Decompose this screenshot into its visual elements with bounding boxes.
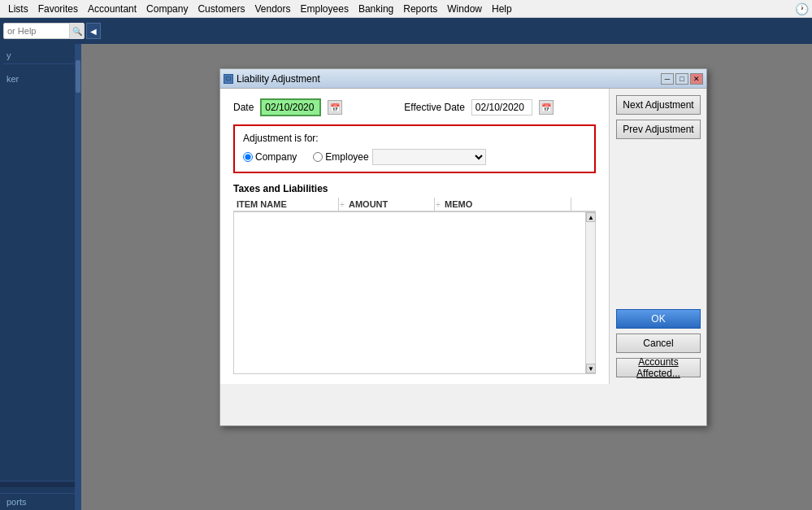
date-row: Date 📅 Effective Date 📅: [233, 98, 596, 116]
employee-dropdown-wrapper: [372, 149, 486, 165]
dialog-sys-icon[interactable]: □: [224, 74, 233, 84]
search-icon: 🔍: [72, 27, 82, 36]
sidebar-bottom: ports: [0, 493, 81, 510]
menu-company[interactable]: Company: [141, 2, 193, 16]
search-container: 🔍: [3, 23, 85, 39]
menu-employees[interactable]: Employees: [296, 2, 354, 16]
menu-vendors[interactable]: Vendors: [250, 2, 295, 16]
sidebar: y ker ports: [0, 44, 81, 510]
col-item-name: ITEM NAME: [233, 198, 339, 211]
next-adjustment-label: Next Adjustment: [623, 99, 693, 111]
ok-label: OK: [651, 313, 665, 325]
cancel-button[interactable]: Cancel: [616, 333, 701, 353]
search-input[interactable]: [4, 26, 69, 36]
sidebar-scrollbar-thumb: [76, 60, 80, 93]
table-rows: [234, 212, 585, 373]
effective-date-picker-button[interactable]: 📅: [539, 100, 554, 115]
employee-dropdown[interactable]: [372, 149, 486, 165]
adjustment-title: Adjustment is for:: [243, 133, 586, 144]
accounts-affected-button[interactable]: Accounts Affected...: [616, 358, 701, 377]
prev-adjustment-button[interactable]: Prev Adjustment: [616, 120, 701, 139]
close-icon: ✕: [693, 75, 700, 83]
dialog-title: Liability Adjustment: [237, 73, 320, 85]
collapse-icon: ◀: [90, 27, 97, 36]
scrollbar-up-button[interactable]: ▲: [586, 212, 596, 222]
dialog-main: Date 📅 Effective Date 📅 Adjustment is fo…: [220, 89, 609, 384]
adjustment-box: Adjustment is for: Company Employee: [233, 124, 596, 173]
sidebar-scrollbar[interactable]: [75, 44, 81, 510]
close-button[interactable]: ✕: [690, 73, 703, 85]
accounts-affected-label: Accounts Affected...: [617, 356, 700, 379]
dialog-body: Date 📅 Effective Date 📅 Adjustment is fo…: [220, 89, 706, 384]
dialog-titlebar: □ Liability Adjustment ─ □ ✕: [220, 69, 706, 89]
menu-favorites[interactable]: Favorites: [33, 2, 83, 16]
date-picker-button[interactable]: 📅: [328, 100, 342, 115]
col-divider-2: ÷: [435, 198, 441, 211]
effective-calendar-icon: 📅: [541, 103, 551, 112]
table-header: ITEM NAME ÷ AMOUNT ÷ MEMO: [233, 198, 596, 211]
restore-icon: □: [680, 75, 684, 83]
dialog-liability-adjustment: □ Liability Adjustment ─ □ ✕: [219, 68, 707, 426]
sidebar-item-ker: ker: [0, 71, 81, 87]
restore-button[interactable]: □: [675, 73, 688, 85]
dialog-title-buttons: ─ □ ✕: [661, 73, 703, 85]
taxes-section: Taxes and Liabilities ITEM NAME ÷ AMOUNT…: [233, 183, 596, 374]
col-amount: AMOUNT: [345, 198, 435, 211]
date-input[interactable]: [260, 98, 321, 116]
down-arrow-icon: ▼: [588, 365, 594, 373]
dialog-sidebar: Next Adjustment Prev Adjustment OK Cance…: [609, 89, 706, 384]
table-body: ▲ ▼: [233, 211, 596, 374]
up-arrow-icon: ▲: [588, 214, 594, 221]
company-radio[interactable]: [243, 152, 253, 162]
employee-radio-label: Employee: [325, 151, 368, 163]
search-button[interactable]: 🔍: [69, 23, 84, 39]
employee-radio-option[interactable]: Employee: [313, 151, 368, 163]
sidebar-item-y: y: [0, 44, 81, 63]
date-label: Date: [233, 102, 254, 113]
menu-lists[interactable]: Lists: [3, 2, 33, 16]
taxes-title: Taxes and Liabilities: [233, 183, 596, 194]
collapse-button[interactable]: ◀: [86, 23, 101, 39]
main-area: □ Liability Adjustment ─ □ ✕: [81, 44, 812, 510]
col-divider-1: ÷: [339, 198, 345, 211]
menu-banking[interactable]: Banking: [354, 2, 398, 16]
menu-accountant[interactable]: Accountant: [83, 2, 141, 16]
company-radio-label: Company: [255, 151, 297, 163]
dialog-title-left: □ Liability Adjustment: [224, 73, 320, 85]
table-scrollbar[interactable]: ▲ ▼: [585, 212, 595, 373]
sys-menu-icon: □: [227, 75, 231, 82]
col-memo: MEMO: [441, 198, 571, 211]
menu-customers[interactable]: Customers: [193, 2, 250, 16]
effective-date-input[interactable]: [471, 99, 532, 116]
employee-radio[interactable]: [313, 152, 323, 162]
cancel-label: Cancel: [643, 338, 673, 349]
calendar-icon: 📅: [330, 103, 340, 112]
minimize-icon: ─: [665, 75, 670, 83]
prev-adjustment-label: Prev Adjustment: [623, 124, 693, 135]
next-adjustment-button[interactable]: Next Adjustment: [616, 95, 701, 115]
toolbar: 🔍 ◀: [0, 18, 812, 44]
menu-window[interactable]: Window: [442, 2, 487, 16]
scrollbar-down-button[interactable]: ▼: [586, 364, 596, 373]
company-radio-option[interactable]: Company: [243, 151, 297, 163]
menu-help[interactable]: Help: [487, 2, 517, 16]
menu-reports[interactable]: Reports: [398, 2, 442, 16]
effective-date-label: Effective Date: [404, 102, 464, 113]
radio-row: Company Employee: [243, 149, 586, 165]
ok-button[interactable]: OK: [616, 309, 701, 329]
menubar: Lists Favorites Accountant Company Custo…: [0, 0, 812, 18]
minimize-button[interactable]: ─: [661, 73, 674, 85]
